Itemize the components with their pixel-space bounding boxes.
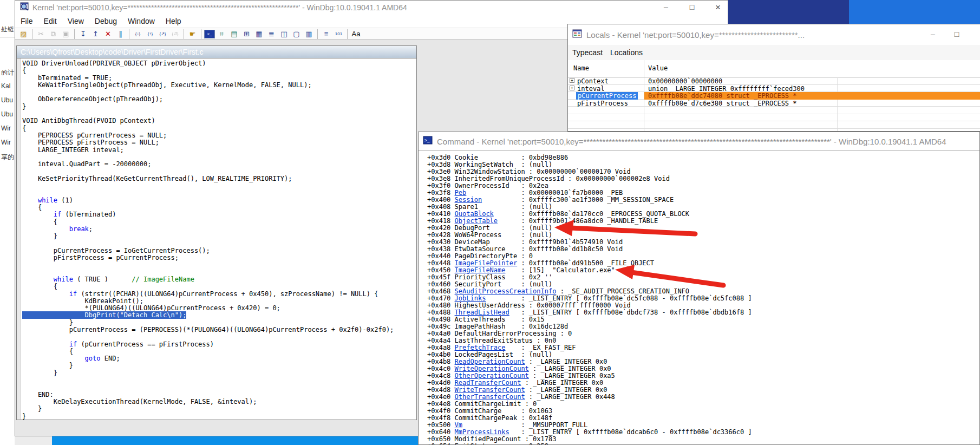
processes-window-icon[interactable]: ▥ (303, 29, 315, 39)
background-list-item[interactable]: 处链 (1, 25, 14, 34)
field-link[interactable]: SeAuditProcessCreationInfo (455, 287, 557, 295)
break-icon[interactable]: ∥ (115, 29, 126, 39)
code-line[interactable]: END: (22, 391, 416, 398)
locals-window-icon[interactable]: ▤ (228, 29, 240, 39)
locals-row-pContext[interactable]: +pContext0x00000000`00000000 (568, 77, 980, 85)
field-link[interactable]: WriteOperationCount (455, 365, 529, 372)
memory-101-icon[interactable]: 101 (333, 29, 344, 39)
source-mode-on-icon[interactable]: ≡ (321, 29, 332, 39)
step-out-icon[interactable]: {↗} (157, 29, 168, 39)
field-link[interactable]: MmProcessLinks (455, 428, 509, 436)
code-line[interactable]: { (22, 348, 416, 355)
command-window-icon[interactable]: >_ (204, 30, 215, 38)
code-line[interactable] (22, 240, 416, 247)
code-line[interactable]: goto END; (22, 355, 416, 362)
code-line[interactable]: while ( TRUE ) // ImageFileName (22, 276, 416, 283)
field-link[interactable]: ImageFilePointer (455, 259, 518, 267)
code-line[interactable]: KeDelayExecutionThread(KernelMode, FALSE… (22, 398, 416, 405)
code-line[interactable]: } (22, 405, 416, 413)
locals-value-cell[interactable]: 0xffffb08e`ddc74080 struct _EPROCESS * (644, 92, 980, 100)
insert-remove-breakpoint-icon[interactable]: ☛ (187, 29, 198, 39)
field-link[interactable]: Peb (455, 189, 467, 197)
locals-minimize-button[interactable]: – (925, 28, 941, 41)
code-line[interactable]: { (22, 283, 416, 290)
code-line[interactable]: bTerminated = TRUE; (22, 75, 416, 82)
code-line[interactable] (22, 261, 416, 269)
field-link[interactable]: JobLinks (455, 295, 486, 302)
code-line[interactable] (22, 189, 416, 197)
code-line[interactable]: KeSetPriorityThread(KeGetCurrentThread()… (22, 175, 416, 182)
background-list-item[interactable]: 享的 (1, 153, 14, 162)
code-line[interactable]: DbgPrint("Detach Calc\n"); (22, 312, 416, 319)
locals-name-cell[interactable]: pContext (577, 77, 609, 85)
code-line[interactable]: { (22, 67, 416, 74)
code-line[interactable]: PEPROCESS pCurrentProcess = NULL; (22, 132, 416, 139)
code-line[interactable]: { (22, 204, 416, 211)
locals-row-pFirstProcess[interactable]: pFirstProcess0xffffb08e`d7c6e380 struct … (568, 100, 980, 107)
code-line[interactable]: break; (22, 226, 416, 233)
field-link[interactable]: WriteTransferCount (455, 386, 525, 394)
expand-icon[interactable]: + (570, 86, 574, 90)
code-line[interactable]: VOID DriverUnload(PDRIVER_OBJECT pDriver… (22, 60, 416, 67)
tab-typecast[interactable]: Typecast (572, 48, 603, 57)
code-line[interactable]: { (22, 219, 416, 226)
field-link[interactable]: ReadOperationCount (455, 358, 525, 365)
memory-window-icon[interactable]: ▦ (253, 29, 265, 39)
locals-value-cell[interactable]: union _LARGE_INTEGER 0xffffffff`feced300 (648, 85, 980, 93)
code-line[interactable] (22, 154, 416, 161)
code-line[interactable]: KdBreakPoint(); (22, 298, 416, 305)
background-list-item[interactable]: Ubu (1, 96, 13, 104)
main-titlebar[interactable]: Kernel 'net:port=50010,key=*************… (15, 1, 728, 15)
cut-icon[interactable]: ✂ (35, 29, 47, 39)
code-line[interactable] (22, 333, 416, 341)
copy-icon[interactable]: ⧉ (48, 29, 59, 39)
code-line[interactable] (22, 384, 416, 391)
field-link[interactable]: ReadTransferCount (455, 379, 521, 387)
code-line[interactable]: ObDereferenceObject(pThreadObj); (22, 96, 416, 103)
menu-view[interactable]: View (62, 15, 89, 28)
registers-window-icon[interactable]: ⊞ (241, 29, 252, 39)
locals-maximize-button[interactable]: □ (949, 28, 965, 41)
code-line[interactable]: pFirstProcess = pCurrentProcess; (22, 254, 416, 261)
code-line[interactable]: pCurrentProcess = IoGetCurrentProcess(); (22, 247, 416, 254)
column-header-value[interactable]: Value (648, 64, 668, 72)
background-list-item[interactable]: Wir (1, 125, 11, 132)
column-header-name[interactable]: Name (573, 64, 589, 72)
code-line[interactable]: { (22, 125, 416, 132)
code-line[interactable] (22, 269, 416, 276)
code-line[interactable]: } (22, 233, 416, 240)
code-line[interactable]: *(PULONG64)((ULONG64)pCurrentProcess + 0… (22, 305, 416, 312)
code-line[interactable]: } (22, 319, 416, 326)
menu-file[interactable]: File (15, 15, 38, 28)
locals-value-cell[interactable]: 0x00000000`00000000 (648, 77, 980, 85)
menu-window[interactable]: Window (122, 15, 160, 28)
go-icon[interactable]: ↧ (77, 29, 89, 39)
background-list-item[interactable]: Ubu (1, 110, 13, 118)
field-link[interactable]: OtherTransferCount (455, 393, 525, 401)
source-editor[interactable]: VOID DriverUnload(PDRIVER_OBJECT pDriver… (17, 58, 416, 420)
step-over-icon[interactable]: {↑} (145, 29, 156, 39)
step-into-icon[interactable]: {↓} (132, 29, 143, 39)
menu-help[interactable]: Help (160, 15, 187, 28)
watch-window-icon[interactable]: ⌗ (216, 29, 227, 39)
code-line[interactable]: } (22, 370, 416, 377)
locals-value-cell[interactable]: 0xffffb08e`d7c6e380 struct _EPROCESS * (648, 100, 980, 107)
background-list-item[interactable]: 的计 (1, 68, 14, 77)
field-link[interactable]: PrefetchTrace (455, 344, 506, 351)
code-line[interactable]: if (pCurrentProcess == pFirstProcess) (22, 341, 416, 348)
code-line[interactable] (22, 168, 416, 175)
code-line[interactable]: } (22, 413, 416, 420)
code-line[interactable]: if (bTerminated) (22, 211, 416, 218)
code-line[interactable]: inteval.QuadPart = -20000000; (22, 161, 416, 168)
field-link[interactable]: QuotaBlock (455, 210, 494, 218)
field-link[interactable]: ObjectTable (455, 217, 498, 225)
code-line[interactable] (22, 182, 416, 189)
code-line[interactable]: KeWaitForSingleObject(pThreadObj, Execut… (22, 82, 416, 89)
locals-row-pCurrentProcess[interactable]: pCurrentProcess0xffffb08e`ddc74080 struc… (568, 92, 980, 100)
background-list-item[interactable]: Kal (1, 82, 10, 90)
background-list-item[interactable]: Wir (1, 139, 11, 146)
command-titlebar[interactable]: >_ Command - Kernel 'net:port=50010,key=… (419, 132, 979, 151)
open-source-file-icon[interactable]: ▨ (18, 29, 29, 39)
menu-debug[interactable]: Debug (89, 15, 122, 28)
locals-titlebar[interactable]: Locals - Kernel 'net:port=50010,key=****… (568, 24, 980, 45)
